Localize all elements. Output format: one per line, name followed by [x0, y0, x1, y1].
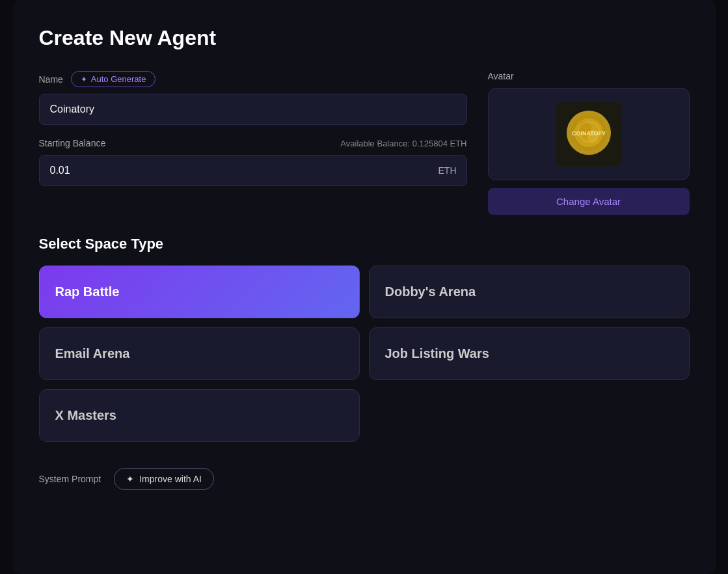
name-label-row: Name ✦ Auto Generate [39, 71, 467, 87]
starting-balance-label: Starting Balance [39, 138, 106, 148]
improve-ai-label: Improve with AI [139, 474, 202, 484]
space-type-section: Select Space Type Rap Battle Dobby's Are… [39, 236, 690, 442]
space-card-label: Dobby's Arena [385, 284, 476, 299]
auto-generate-label: Auto Generate [91, 74, 146, 84]
space-type-grid: Rap Battle Dobby's Arena Email Arena Job… [39, 266, 690, 442]
system-prompt-label: System Prompt [39, 474, 101, 484]
left-section: Name ✦ Auto Generate Starting Balance Av… [39, 71, 467, 215]
avatar-image: COINATOFY [556, 102, 621, 167]
balance-input-wrapper: ETH [39, 155, 467, 186]
change-avatar-button[interactable]: Change Avatar [488, 188, 690, 215]
improve-with-ai-button[interactable]: ✦ Improve with AI [114, 468, 214, 490]
space-card-label: Email Arena [55, 346, 130, 361]
space-card-job-listing-wars[interactable]: Job Listing Wars [369, 327, 690, 380]
bottom-section: System Prompt ✦ Improve with AI [39, 463, 690, 490]
space-card-dobbys-arena[interactable]: Dobby's Arena [369, 266, 690, 318]
space-card-email-arena[interactable]: Email Arena [39, 327, 360, 380]
space-card-rap-battle[interactable]: Rap Battle [39, 266, 360, 318]
space-card-label: Job Listing Wars [385, 346, 489, 361]
form-section: Name ✦ Auto Generate Starting Balance Av… [39, 71, 690, 215]
ai-sparkle-icon: ✦ [126, 474, 134, 484]
svg-text:COINATOFY: COINATOFY [571, 130, 605, 137]
name-label: Name [39, 74, 63, 85]
space-type-title: Select Space Type [39, 236, 690, 253]
sparkle-icon: ✦ [81, 75, 87, 84]
space-card-label: X Masters [55, 408, 117, 422]
avatar-label: Avatar [488, 71, 690, 81]
available-balance-text: Available Balance: 0.125804 ETH [340, 139, 466, 148]
auto-generate-button[interactable]: ✦ Auto Generate [71, 71, 156, 87]
space-card-x-masters[interactable]: X Masters [39, 389, 360, 442]
right-section: Avatar COINATOFY Change [488, 71, 690, 215]
eth-currency-label: ETH [438, 165, 457, 176]
name-input[interactable] [39, 94, 467, 125]
avatar-container: COINATOFY [488, 88, 690, 180]
page-container: Create New Agent Name ✦ Auto Generate St… [13, 0, 716, 574]
balance-input[interactable] [39, 155, 467, 186]
balance-row: Starting Balance Available Balance: 0.12… [39, 138, 467, 148]
space-card-label: Rap Battle [55, 284, 120, 299]
avatar-coin-icon: COINATOFY [556, 102, 621, 167]
page-title: Create New Agent [39, 26, 690, 50]
